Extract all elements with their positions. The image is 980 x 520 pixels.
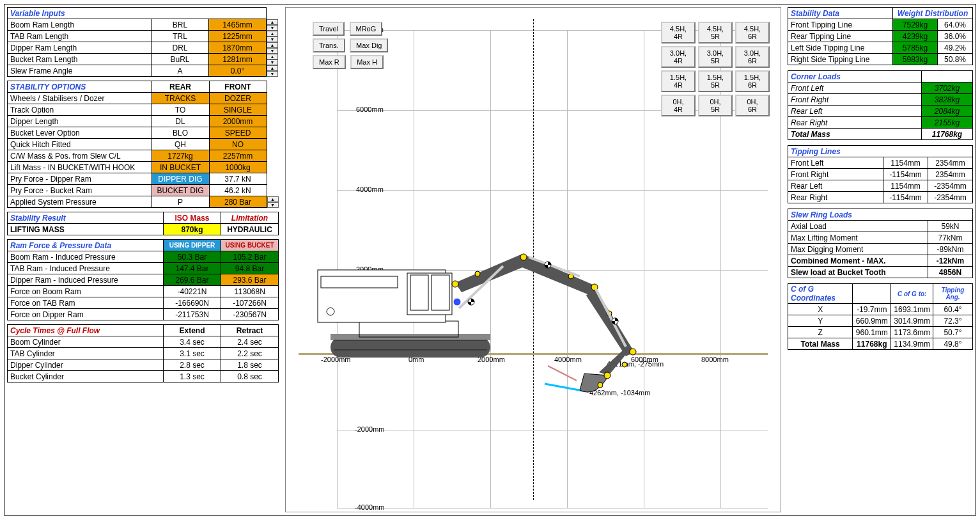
tipping-lines-table: Tipping Lines Front Left 1154mm 2354mmFr… bbox=[788, 145, 973, 203]
svg-point-17 bbox=[452, 281, 458, 287]
ram-force-table: Ram Force & Pressure Data USING DIPPER U… bbox=[7, 239, 279, 320]
preset-button[interactable]: 3.0H, 6R bbox=[735, 46, 770, 68]
preset-button[interactable]: 1.5H, 4R bbox=[661, 70, 696, 92]
vi-label: Boom Ram Length bbox=[8, 19, 152, 31]
spinner[interactable]: ▲▼ bbox=[267, 42, 278, 54]
max-dig-button[interactable]: Max Dig bbox=[350, 38, 388, 52]
stability-data-table: Stability Data Weight Distribution Front… bbox=[788, 7, 973, 65]
stability-result-table: Stability Result ISO Mass Limitation LIF… bbox=[7, 212, 279, 235]
diagram-chart: 8000mm 6000mm 4000mm 2000mm -2000mm -400… bbox=[285, 7, 781, 512]
corner-loads-table: Corner Loads Front Left 3702kgFront Righ… bbox=[788, 70, 973, 140]
spin-down-icon: ▼ bbox=[267, 71, 278, 77]
svg-point-25 bbox=[622, 362, 627, 367]
svg-rect-10 bbox=[432, 275, 449, 310]
preset-button[interactable]: 3.0H, 4R bbox=[661, 46, 696, 68]
spin-up-icon: ▲ bbox=[267, 196, 279, 202]
cog-table: C of G Coordinates C of G to: Tipping An… bbox=[788, 283, 973, 350]
slew-ring-table: Slew Ring Loads Axial Load 59kNMax Lifti… bbox=[788, 209, 973, 278]
preset-buttons-left: Travel MRoG Trans. Max Dig Max R Max H bbox=[311, 20, 389, 70]
max-h-button[interactable]: Max H bbox=[350, 55, 384, 69]
svg-point-24 bbox=[630, 349, 636, 355]
spinner[interactable]: ▲▼ bbox=[267, 65, 278, 77]
excavator-illustration bbox=[311, 238, 669, 404]
stability-options-table: STABILITY OPTIONS REAR FRONT Wheels / St… bbox=[7, 81, 279, 208]
svg-point-34 bbox=[453, 298, 461, 306]
max-r-button[interactable]: Max R bbox=[313, 55, 346, 69]
vi-value[interactable]: 1465mm bbox=[209, 19, 267, 31]
preset-button[interactable]: 4.5H, 4R bbox=[661, 22, 696, 43]
svg-point-26 bbox=[604, 372, 611, 379]
preset-button[interactable]: 1.5H, 6R bbox=[735, 70, 770, 92]
svg-rect-11 bbox=[321, 276, 398, 288]
trans-button[interactable]: Trans. bbox=[313, 38, 345, 52]
preset-buttons-right: 4.5H, 4R4.5H, 5R4.5H, 6R3.0H, 4R3.0H, 5R… bbox=[660, 20, 771, 118]
preset-button[interactable]: 3.0H, 5R bbox=[698, 46, 733, 68]
vi-value[interactable]: 1225mm bbox=[209, 31, 267, 42]
lifting-mass-value: 870kg bbox=[164, 224, 221, 235]
svg-rect-9 bbox=[410, 275, 428, 310]
preset-button[interactable]: 0H, 5R bbox=[698, 95, 733, 116]
spin-down-icon: ▼ bbox=[267, 25, 278, 31]
svg-point-19 bbox=[520, 254, 527, 260]
spin-up-icon: ▲ bbox=[267, 65, 278, 71]
spin-up-icon: ▲ bbox=[267, 19, 278, 25]
variable-inputs-title: Variable Inputs bbox=[8, 8, 267, 19]
vi-label: Dipper Ram Length bbox=[8, 42, 152, 54]
vi-label: TAB Ram Length bbox=[8, 31, 152, 42]
spin-down-icon: ▼ bbox=[267, 36, 278, 42]
svg-line-30 bbox=[596, 289, 626, 347]
travel-button[interactable]: Travel bbox=[313, 22, 345, 36]
vi-value[interactable]: 1281mm bbox=[209, 54, 267, 65]
vi-value[interactable]: 1870mm bbox=[209, 42, 267, 54]
mrog-button[interactable]: MRoG bbox=[350, 22, 383, 36]
spin-down-icon: ▼ bbox=[267, 202, 279, 208]
variable-inputs-table: Variable Inputs Boom Ram Length BRL 1465… bbox=[7, 7, 279, 77]
preset-button[interactable]: 0H, 4R bbox=[661, 95, 696, 116]
preset-button[interactable]: 0H, 6R bbox=[735, 95, 770, 116]
spin-up-icon: ▲ bbox=[267, 54, 278, 59]
vi-value[interactable]: 0.0° bbox=[209, 65, 267, 77]
spinner[interactable]: ▲▼ bbox=[267, 19, 278, 31]
spin-up-icon: ▲ bbox=[267, 42, 278, 48]
svg-point-27 bbox=[598, 382, 603, 388]
svg-point-12 bbox=[327, 308, 334, 315]
preset-button[interactable]: 4.5H, 6R bbox=[735, 22, 770, 43]
spin-down-icon: ▼ bbox=[267, 48, 278, 54]
cycle-times-table: Cycle Times @ Full Flow Extend Retract B… bbox=[7, 324, 279, 382]
svg-marker-15 bbox=[586, 287, 634, 356]
preset-button[interactable]: 1.5H, 5R bbox=[698, 70, 733, 92]
vi-label: Slew Frame Angle bbox=[8, 65, 152, 77]
vi-label: Bucket Ram Length bbox=[8, 54, 152, 65]
svg-point-18 bbox=[475, 271, 480, 276]
preset-button[interactable]: 4.5H, 5R bbox=[698, 22, 733, 43]
spin-down-icon: ▼ bbox=[267, 59, 278, 65]
spinner[interactable]: ▲▼ bbox=[267, 31, 278, 42]
spinner[interactable]: ▲▼ bbox=[267, 54, 278, 65]
svg-marker-14 bbox=[516, 254, 596, 295]
spinner[interactable]: ▲▼ bbox=[267, 196, 279, 208]
spin-up-icon: ▲ bbox=[267, 31, 278, 36]
